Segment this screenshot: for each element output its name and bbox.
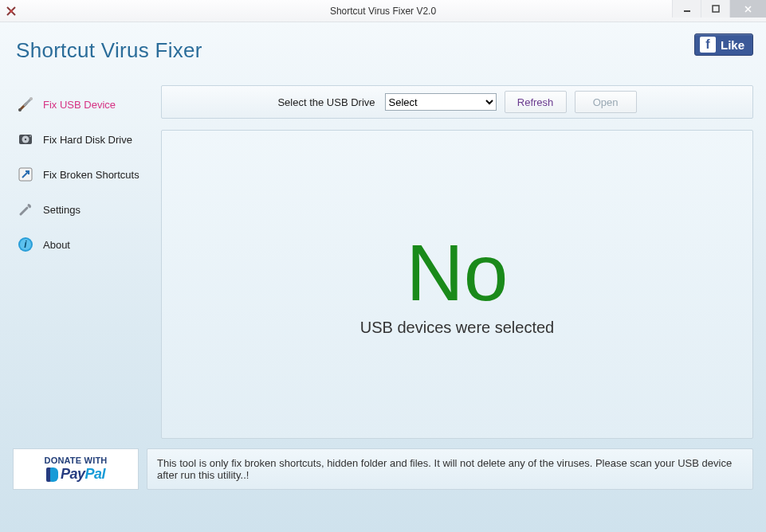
sidebar-item-about[interactable]: i About <box>13 227 161 262</box>
hdd-icon <box>16 130 35 149</box>
svg-point-4 <box>29 97 33 100</box>
minimize-button[interactable] <box>672 0 701 18</box>
info-bar: This tool is only fix broken shortcuts, … <box>147 448 753 490</box>
status-sub-text: USB devices were selected <box>360 319 554 337</box>
svg-point-0 <box>10 10 13 13</box>
facebook-icon: f <box>700 37 716 53</box>
svg-point-3 <box>18 108 22 111</box>
app-title: Shortcut Virus Fixer <box>16 38 202 63</box>
controls-bar: Select the USB Drive Select Refresh Open <box>161 85 753 119</box>
svg-rect-1 <box>684 10 690 12</box>
wrench-icon <box>16 200 35 219</box>
donate-label: Donate with <box>45 456 108 465</box>
content-row: Fix USB Device Fix Hard Disk Drive Fix B… <box>13 85 753 439</box>
main-area: Select the USB Drive Select Refresh Open… <box>161 85 753 439</box>
sidebar: Fix USB Device Fix Hard Disk Drive Fix B… <box>13 85 161 439</box>
app-icon <box>5 5 18 18</box>
info-text: This tool is only fix broken shortcuts, … <box>157 457 743 481</box>
sidebar-item-label: Fix Broken Shortcuts <box>43 169 139 181</box>
paypal-icon <box>46 467 58 482</box>
close-button[interactable] <box>729 0 766 18</box>
sidebar-item-label: About <box>43 239 70 251</box>
info-icon: i <box>16 235 35 254</box>
select-drive-label: Select the USB Drive <box>277 96 375 108</box>
sidebar-item-label: Fix Hard Disk Drive <box>43 134 132 146</box>
maximize-button[interactable] <box>701 0 729 18</box>
status-panel: No USB devices were selected <box>161 130 753 439</box>
shortcut-icon <box>16 165 35 184</box>
window-controls <box>672 0 766 22</box>
app-body: Shortcut Virus Fixer f Like Fix USB Devi… <box>0 22 766 532</box>
paypal-logo: PayPal <box>46 466 105 483</box>
header-row: Shortcut Virus Fixer f Like <box>13 33 753 63</box>
footer-row: Donate with PayPal This tool is only fix… <box>13 448 753 490</box>
sidebar-item-label: Settings <box>43 204 81 216</box>
titlebar: Shortcut Virus Fixer V2.0 <box>0 0 766 22</box>
sidebar-item-label: Fix USB Device <box>43 99 116 111</box>
svg-point-8 <box>29 135 31 137</box>
paypal-text: PayPal <box>61 466 105 483</box>
open-button[interactable]: Open <box>575 91 637 113</box>
svg-rect-2 <box>713 6 719 12</box>
donate-paypal-button[interactable]: Donate with PayPal <box>13 448 139 490</box>
sidebar-item-fix-hdd[interactable]: Fix Hard Disk Drive <box>13 122 161 157</box>
sidebar-item-settings[interactable]: Settings <box>13 192 161 227</box>
sidebar-item-fix-shortcuts[interactable]: Fix Broken Shortcuts <box>13 157 161 192</box>
svg-point-7 <box>25 139 26 140</box>
usb-drive-select[interactable]: Select <box>385 93 497 111</box>
window-title: Shortcut Virus Fixer V2.0 <box>0 6 766 17</box>
tools-icon <box>16 95 35 114</box>
sidebar-item-fix-usb[interactable]: Fix USB Device <box>13 87 161 122</box>
facebook-like-label: Like <box>721 38 744 52</box>
facebook-like-button[interactable]: f Like <box>694 33 753 56</box>
refresh-button[interactable]: Refresh <box>505 91 567 113</box>
status-big-text: No <box>407 233 509 312</box>
